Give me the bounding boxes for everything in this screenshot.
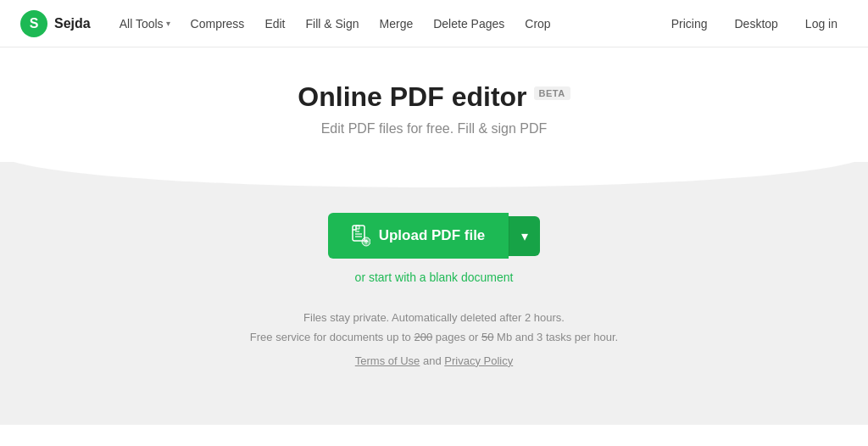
nav-compress[interactable]: Compress [182, 12, 253, 36]
hero-subtitle: Edit PDF files for free. Fill & sign PDF [17, 121, 851, 137]
info-line1: Files stay private. Automatically delete… [250, 308, 618, 327]
nav-delete-pages[interactable]: Delete Pages [425, 12, 513, 36]
upload-dropdown-button[interactable]: ▾ [509, 216, 540, 256]
info-text: Files stay private. Automatically delete… [250, 308, 618, 348]
pdf-file-icon [352, 225, 370, 247]
privacy-policy-link[interactable]: Privacy Policy [444, 354, 513, 367]
legal-links: Terms of Use and Privacy Policy [355, 354, 513, 367]
nav-merge[interactable]: Merge [371, 12, 422, 36]
upload-pdf-button[interactable]: Upload PDF file [328, 213, 509, 259]
upload-wrapper: Upload PDF file ▾ [328, 213, 541, 259]
nav-links: All Tools ▾ Compress Edit Fill & Sign Me… [111, 12, 661, 36]
chevron-down-icon: ▾ [521, 229, 528, 243]
info-line2: Free service for documents up to 200 pag… [250, 327, 618, 347]
hero-title: Online PDF editor BETA [298, 81, 570, 113]
nav-desktop[interactable]: Desktop [724, 12, 787, 36]
nav-fill-sign[interactable]: Fill & Sign [298, 12, 368, 36]
nav-right: Pricing Desktop Log in [661, 12, 848, 36]
beta-badge: BETA [534, 86, 570, 100]
nav-pricing[interactable]: Pricing [661, 12, 718, 36]
blank-document-link[interactable]: or start with a blank document [355, 270, 514, 284]
main-content: Upload PDF file ▾ or start with a blank … [0, 162, 868, 425]
chevron-down-icon: ▾ [166, 19, 170, 28]
navbar: S Sejda All Tools ▾ Compress Edit Fill &… [0, 0, 868, 47]
logo-icon: S [20, 10, 47, 37]
nav-all-tools[interactable]: All Tools ▾ [111, 12, 179, 36]
logo[interactable]: S Sejda [20, 10, 91, 37]
terms-of-use-link[interactable]: Terms of Use [355, 354, 420, 367]
nav-edit[interactable]: Edit [256, 12, 293, 36]
nav-crop[interactable]: Crop [516, 12, 559, 36]
nav-login[interactable]: Log in [795, 12, 848, 36]
logo-text: Sejda [54, 16, 91, 31]
